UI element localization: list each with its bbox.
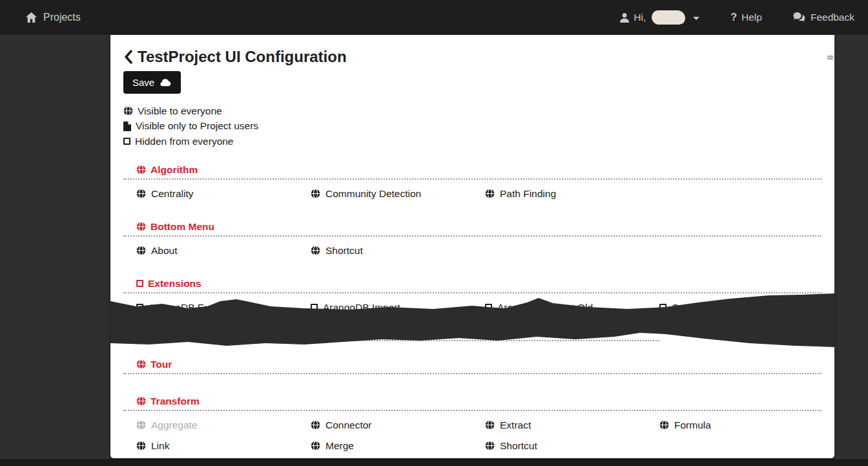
section-divider (123, 235, 822, 237)
section-title: Algorithm (150, 164, 198, 176)
config-item[interactable]: Path Finding (485, 187, 659, 200)
comments-icon (793, 12, 806, 23)
legend-label: Visible only to Project users (136, 120, 258, 132)
scrollbar-artifact (827, 55, 833, 60)
legend-label: Hidden from everyone (135, 136, 234, 147)
page-header: TestProject UI Configuration (123, 48, 822, 66)
config-item[interactable]: About (136, 244, 311, 257)
globe-icon (136, 441, 146, 450)
section-items: CentralityCommunity DetectionPath Findin… (136, 187, 834, 200)
config-card: TestProject UI Configuration Save Visibl… (110, 35, 834, 458)
globe-icon (659, 420, 669, 430)
globe-icon (136, 189, 146, 198)
section-heading[interactable]: Algorithm (136, 164, 822, 176)
config-item[interactable]: Shortcut (485, 440, 659, 452)
home-icon (26, 12, 37, 23)
page-title: TestProject UI Configuration (138, 48, 347, 66)
globe-icon (485, 441, 495, 450)
save-button[interactable]: Save (123, 71, 181, 94)
checkbox-icon (123, 138, 130, 145)
config-item[interactable]: Connector (311, 419, 485, 432)
back-chevron-icon[interactable] (123, 50, 133, 64)
section-divider (123, 373, 822, 374)
item-label: Shortcut (326, 245, 363, 257)
item-label: Centrality (151, 188, 193, 200)
top-navbar: Projects Hi, ? Help Feedback (0, 0, 868, 35)
nav-help[interactable]: ? Help (730, 12, 762, 23)
question-mark-icon: ? (730, 12, 737, 23)
redacted-username (652, 10, 685, 25)
config-item[interactable]: Aggregate (136, 419, 311, 432)
globe-icon (485, 189, 495, 198)
globe-icon (485, 420, 495, 430)
config-item[interactable]: Shortcut (311, 244, 485, 257)
globe-icon (136, 396, 146, 406)
item-label: Formula (674, 419, 711, 431)
user-icon (620, 13, 629, 23)
config-item[interactable]: Community Detection (311, 187, 485, 200)
item-label: Shortcut (500, 440, 537, 452)
item-label: Community Detection (326, 188, 421, 200)
section-heading[interactable]: Transform (136, 395, 822, 408)
globe-icon (136, 246, 146, 255)
globe-icon (136, 165, 146, 175)
globe-icon (311, 420, 320, 430)
legend-visible-project-users: Visible only to Project users (123, 119, 822, 134)
section-heading[interactable]: Tour (136, 358, 822, 371)
config-item[interactable]: Centrality (136, 187, 311, 200)
globe-icon (311, 246, 320, 255)
section-tour: Tour (123, 358, 822, 374)
section-divider (123, 178, 822, 180)
save-button-label: Save (132, 77, 154, 88)
nav-projects-label: Projects (43, 12, 81, 23)
item-label: About (151, 245, 178, 257)
section-items: AboutShortcut (136, 244, 834, 257)
checkbox-icon (136, 280, 143, 287)
section-algorithm: AlgorithmCentralityCommunity DetectionPa… (123, 164, 822, 200)
config-item[interactable]: Merge (311, 440, 485, 452)
section-items: AggregateConnectorExtractFormulaLinkMerg… (136, 419, 834, 452)
nav-feedback-label: Feedback (811, 12, 854, 23)
section-title: Transform (150, 396, 200, 407)
globe-icon (311, 441, 320, 450)
file-icon (123, 122, 131, 131)
nav-projects[interactable]: Projects (26, 0, 81, 35)
legend-label: Visible to everyone (138, 105, 222, 117)
legend-hidden-everyone: Hidden from everyone (123, 134, 822, 149)
item-label: Path Finding (500, 188, 556, 200)
nav-feedback[interactable]: Feedback (793, 12, 854, 23)
config-item[interactable]: Extract (485, 419, 659, 432)
item-label: Extract (500, 419, 531, 431)
config-item[interactable]: Link (136, 440, 311, 452)
section-title: Tour (150, 359, 172, 370)
page-background: TestProject UI Configuration Save Visibl… (0, 35, 868, 459)
torn-redaction-band (110, 287, 834, 349)
globe-icon (123, 106, 133, 116)
nav-help-label: Help (741, 12, 762, 23)
item-label: Link (151, 440, 169, 452)
chevron-down-icon (693, 17, 699, 20)
section-heading[interactable]: Bottom Menu (136, 220, 822, 233)
section-bottom-menu: Bottom MenuAboutShortcut (123, 220, 822, 257)
nav-user-menu[interactable]: Hi, (620, 10, 699, 25)
globe-icon (136, 420, 146, 430)
section-divider (123, 410, 822, 411)
legend-visible-everyone: Visible to everyone (123, 103, 822, 119)
item-label: Aggregate (151, 419, 198, 431)
globe-icon (136, 222, 146, 231)
nav-right-group: Hi, ? Help Feedback (620, 0, 854, 35)
nav-greeting: Hi, (634, 12, 646, 23)
visibility-legend: Visible to everyone Visible only to Proj… (123, 103, 822, 149)
config-item[interactable]: Formula (659, 419, 834, 432)
section-transform: TransformAggregateConnectorExtractFormul… (123, 395, 822, 452)
globe-icon (311, 189, 320, 198)
globe-icon (136, 359, 146, 369)
item-label: Connector (326, 419, 372, 431)
section-title: Bottom Menu (150, 221, 214, 233)
item-label: Merge (326, 440, 354, 452)
cloud-icon (160, 79, 172, 87)
